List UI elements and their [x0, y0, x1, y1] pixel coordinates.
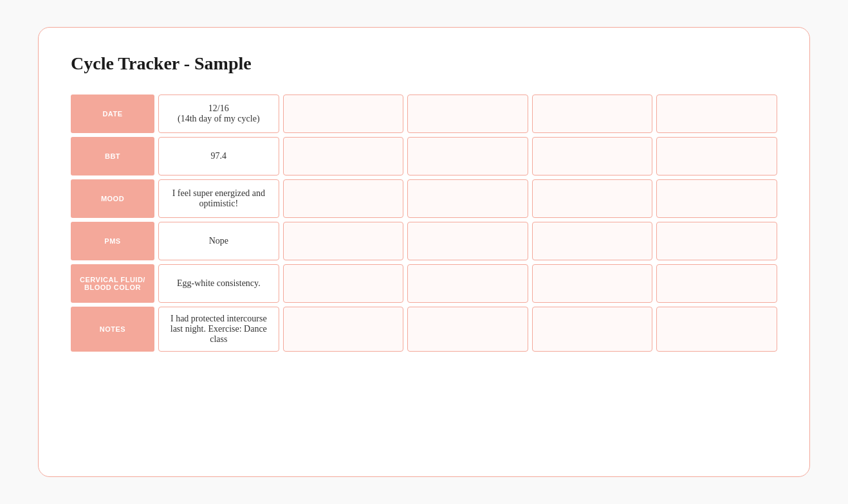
- cell-pms-1[interactable]: Nope: [158, 222, 279, 260]
- cell-cervical-1[interactable]: Egg-white consistency.: [158, 264, 279, 303]
- cell-date-5[interactable]: [656, 94, 777, 133]
- cell-date-3[interactable]: [407, 94, 528, 133]
- cell-cervical-3[interactable]: [407, 264, 528, 303]
- tracker-grid: DATE12/16 (14th day of my cycle)BBT97.4M…: [71, 94, 777, 352]
- cell-pms-2[interactable]: [283, 222, 404, 260]
- cell-notes-5[interactable]: [656, 307, 777, 352]
- label-notes: NOTES: [71, 307, 154, 352]
- cell-mood-2[interactable]: [283, 179, 404, 218]
- cell-mood-5[interactable]: [656, 179, 777, 218]
- cell-bbt-5[interactable]: [656, 137, 777, 176]
- cell-pms-3[interactable]: [407, 222, 528, 260]
- cell-pms-4[interactable]: [532, 222, 653, 260]
- cell-mood-1[interactable]: I feel super energized and optimistic!: [158, 179, 279, 218]
- cell-date-4[interactable]: [532, 94, 653, 133]
- cell-pms-5[interactable]: [656, 222, 777, 260]
- label-pms: PMS: [71, 222, 154, 260]
- cell-cervical-2[interactable]: [283, 264, 404, 303]
- cell-notes-3[interactable]: [407, 307, 528, 352]
- cell-notes-4[interactable]: [532, 307, 653, 352]
- cell-bbt-1[interactable]: 97.4: [158, 137, 279, 176]
- label-bbt: BBT: [71, 137, 154, 176]
- cell-cervical-5[interactable]: [656, 264, 777, 303]
- cell-cervical-4[interactable]: [532, 264, 653, 303]
- cell-bbt-4[interactable]: [532, 137, 653, 176]
- main-card: Cycle Tracker - Sample DATE12/16 (14th d…: [38, 27, 810, 477]
- cell-mood-4[interactable]: [532, 179, 653, 218]
- cell-mood-3[interactable]: [407, 179, 528, 218]
- label-mood: MOOD: [71, 179, 154, 218]
- cell-date-2[interactable]: [283, 94, 404, 133]
- cell-bbt-3[interactable]: [407, 137, 528, 176]
- label-cervical: CERVICAL FLUID/ BLOOD COLOR: [71, 264, 154, 303]
- cell-date-1[interactable]: 12/16 (14th day of my cycle): [158, 94, 279, 133]
- cell-bbt-2[interactable]: [283, 137, 404, 176]
- cell-notes-1[interactable]: I had protected intercourse last night. …: [158, 307, 279, 352]
- label-date: DATE: [71, 94, 154, 133]
- page-title: Cycle Tracker - Sample: [71, 53, 777, 74]
- cell-notes-2[interactable]: [283, 307, 404, 352]
